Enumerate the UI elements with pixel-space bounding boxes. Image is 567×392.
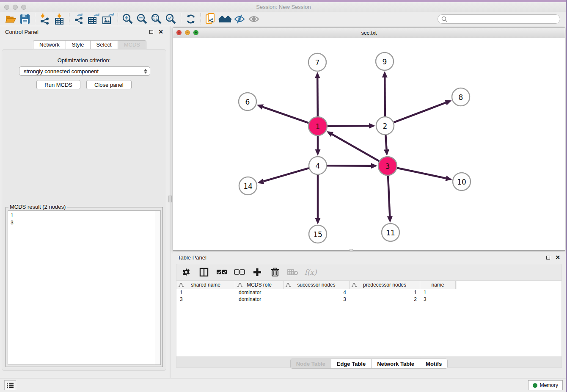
tab-node-table[interactable]: Node Table bbox=[290, 359, 331, 369]
table-cell: dominator bbox=[235, 296, 284, 303]
mcds-tab-content: Optimization criterion: strongly connect… bbox=[2, 49, 166, 371]
network-window-title: scc.txt bbox=[173, 30, 565, 36]
graph-node[interactable]: 14 bbox=[239, 177, 257, 195]
table-cell: 1 bbox=[176, 289, 235, 296]
graph-edge[interactable] bbox=[317, 78, 318, 116]
graph-edge[interactable] bbox=[327, 166, 371, 166]
table-row[interactable]: 1dominator411 bbox=[176, 289, 561, 296]
tab-motifs[interactable]: Motifs bbox=[420, 359, 448, 369]
memory-status-icon bbox=[533, 383, 537, 388]
column-header[interactable]: successor nodes bbox=[284, 281, 350, 289]
table-toolbar: f(x) bbox=[176, 264, 562, 281]
graph-node[interactable]: 4 bbox=[309, 157, 327, 174]
add-column-icon[interactable] bbox=[252, 267, 263, 278]
edge-arrowhead-icon bbox=[257, 104, 264, 109]
network-view-window: scc.txt × − + 7968124310141511 bbox=[173, 27, 565, 251]
graph-node[interactable]: 6 bbox=[239, 93, 256, 110]
open-file-icon[interactable] bbox=[3, 13, 18, 25]
column-header[interactable]: shared name bbox=[176, 281, 235, 289]
clone-network-icon[interactable] bbox=[204, 13, 218, 25]
main-toolbar bbox=[0, 12, 567, 26]
mcds-result-group: MCDS result (2 nodes) 1 3 bbox=[6, 207, 163, 367]
network-canvas-svg[interactable]: 7968124310141511 bbox=[173, 38, 565, 250]
graph-edge[interactable] bbox=[385, 77, 385, 116]
tab-network[interactable]: Network bbox=[33, 40, 66, 49]
zoom-fit-icon[interactable] bbox=[149, 13, 164, 25]
hierarchy-icon bbox=[179, 283, 184, 287]
tab-edge-table[interactable]: Edge Table bbox=[331, 359, 371, 369]
graph-node[interactable]: 2 bbox=[376, 117, 394, 135]
search-icon bbox=[441, 16, 447, 22]
graph-edge[interactable] bbox=[328, 126, 369, 126]
zoom-out-icon[interactable] bbox=[135, 13, 149, 25]
zoom-selected-icon[interactable] bbox=[164, 13, 178, 25]
run-mcds-button[interactable]: Run MCDS bbox=[36, 80, 80, 89]
result-scrollbar[interactable] bbox=[155, 211, 160, 364]
graph-node[interactable]: 1 bbox=[308, 117, 327, 135]
float-table-panel-icon[interactable] bbox=[546, 256, 550, 259]
float-panel-icon[interactable] bbox=[149, 30, 153, 34]
mcds-result-text[interactable]: 1 3 bbox=[8, 210, 161, 365]
column-header[interactable]: MCDS role bbox=[235, 281, 284, 289]
memory-button[interactable]: Memory bbox=[528, 380, 563, 390]
tab-select[interactable]: Select bbox=[90, 40, 118, 49]
save-session-icon[interactable] bbox=[18, 13, 32, 25]
graph-node[interactable]: 9 bbox=[376, 52, 394, 70]
close-panel-button[interactable]: Close panel bbox=[86, 80, 132, 89]
refresh-icon[interactable] bbox=[184, 13, 198, 25]
close-panel-icon[interactable]: ✕ bbox=[158, 29, 163, 35]
graph-node[interactable]: 7 bbox=[308, 53, 326, 71]
import-network-icon[interactable] bbox=[38, 13, 52, 25]
table-row[interactable]: 3dominator323 bbox=[176, 296, 561, 303]
toolbar-separator bbox=[69, 13, 69, 25]
graph-edge[interactable] bbox=[397, 168, 446, 178]
import-table-icon[interactable] bbox=[52, 13, 66, 25]
edge-arrowhead-icon bbox=[445, 176, 452, 181]
graph-node[interactable]: 10 bbox=[453, 173, 471, 190]
tab-mcds[interactable]: MCDS bbox=[118, 40, 146, 49]
zoom-in-icon[interactable] bbox=[121, 13, 135, 25]
select-all-icon[interactable] bbox=[216, 267, 227, 278]
column-header[interactable]: predecessor nodes bbox=[350, 281, 420, 289]
export-table-icon[interactable] bbox=[86, 13, 101, 25]
control-panel-header: Control Panel ✕ bbox=[0, 26, 168, 37]
search-input[interactable] bbox=[449, 16, 556, 22]
graph-node[interactable]: 15 bbox=[309, 225, 327, 243]
split-view-icon[interactable] bbox=[198, 267, 209, 278]
mcds-result-line: 3 bbox=[11, 219, 158, 226]
criterion-select[interactable]: strongly connected component bbox=[19, 66, 150, 76]
graph-edge[interactable] bbox=[263, 168, 308, 181]
graph-edge[interactable] bbox=[263, 107, 308, 123]
tab-style[interactable]: Style bbox=[66, 40, 90, 49]
graph-edge[interactable] bbox=[332, 134, 379, 161]
home-view-icon[interactable] bbox=[218, 13, 232, 25]
graph-node[interactable]: 8 bbox=[452, 88, 470, 106]
close-table-panel-icon[interactable]: ✕ bbox=[555, 254, 560, 260]
task-history-button[interactable] bbox=[4, 380, 16, 390]
graph-edge[interactable] bbox=[394, 102, 446, 122]
export-network-icon[interactable] bbox=[72, 13, 86, 25]
panel-splitter-handle[interactable] bbox=[168, 196, 172, 202]
delete-table-icon bbox=[287, 267, 298, 278]
column-header[interactable]: name bbox=[420, 281, 456, 289]
graph-edge[interactable] bbox=[385, 135, 386, 149]
delete-column-icon[interactable] bbox=[270, 267, 281, 278]
edge-arrowhead-icon bbox=[445, 100, 451, 105]
edge-arrowhead-icon bbox=[315, 72, 320, 78]
gear-icon[interactable] bbox=[181, 267, 192, 278]
search-field[interactable] bbox=[438, 14, 560, 24]
deselect-all-icon[interactable] bbox=[234, 267, 245, 278]
tab-network-table[interactable]: Network Table bbox=[371, 359, 420, 369]
graph-edge[interactable] bbox=[388, 176, 390, 216]
network-table-splitter-handle[interactable] bbox=[350, 249, 353, 251]
toolbar-separator bbox=[35, 13, 35, 25]
node-label: 7 bbox=[315, 58, 320, 67]
export-image-icon[interactable] bbox=[101, 13, 115, 25]
graph-node[interactable]: 11 bbox=[382, 224, 399, 241]
node-label: 8 bbox=[459, 93, 463, 102]
graph-node[interactable]: 3 bbox=[378, 157, 397, 175]
optimization-criterion-label: Optimization criterion: bbox=[2, 57, 166, 63]
hide-panel-eye-icon[interactable] bbox=[232, 13, 247, 25]
control-panel: Control Panel ✕ Network Style Select MCD… bbox=[0, 26, 168, 373]
network-window-titlebar: scc.txt × − + bbox=[173, 28, 565, 38]
